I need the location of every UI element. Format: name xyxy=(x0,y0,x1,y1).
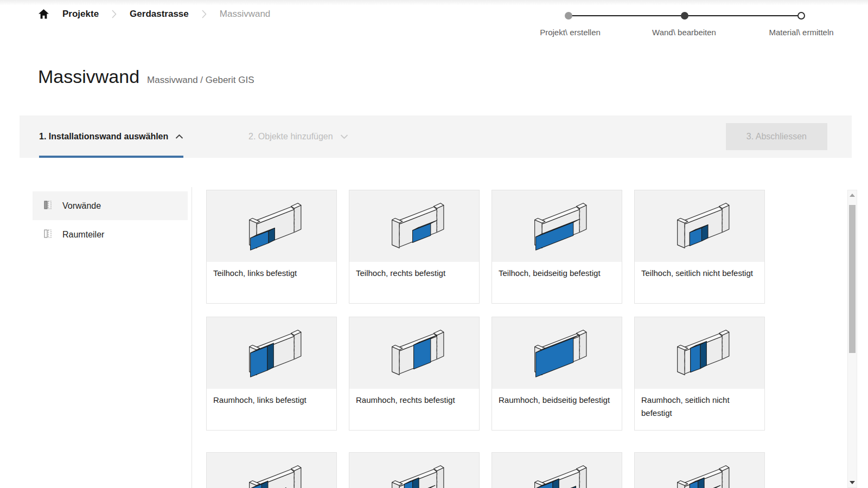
wall-illustration xyxy=(667,326,733,380)
chevron-up-icon xyxy=(175,132,183,142)
chevron-right-icon xyxy=(202,10,207,18)
wall-type-card-teilhoch-links[interactable]: Teilhoch, links befestigt xyxy=(206,190,337,304)
wall-section-icon xyxy=(42,200,53,213)
stepper-label-material-ermitteln: Material\ ermitteln xyxy=(769,28,833,37)
home-icon[interactable] xyxy=(38,9,49,20)
scroll-up-icon[interactable] xyxy=(848,194,857,197)
wall-illustration xyxy=(381,199,448,253)
card-image xyxy=(492,317,622,389)
card-label: Raumhoch, seitlich nicht befestigt xyxy=(635,389,764,420)
title-row: Massivwand Massivwand / Geberit GIS xyxy=(38,66,254,87)
wall-illustration xyxy=(524,199,590,253)
card-image xyxy=(349,317,479,389)
chevron-down-icon xyxy=(340,132,348,142)
top-fade xyxy=(0,0,868,5)
wall-type-card-raumhoch-links[interactable]: Raumhoch, links befestigt xyxy=(206,317,337,431)
card-image xyxy=(635,453,764,488)
wall-type-card-raumhoch-beidseitig[interactable]: Raumhoch, beidseitig befestigt xyxy=(492,317,622,431)
sidebar-item-raumteiler[interactable]: Raumteiler xyxy=(33,220,188,249)
main-panel: 1. Installationswand auswählen 2. Objekt… xyxy=(20,115,852,488)
breadcrumb-item-massivwand: Massivwand xyxy=(220,9,271,20)
tab-installationswand-auswaehlen[interactable]: 1. Installationswand auswählen xyxy=(39,115,183,158)
sidebar-divider xyxy=(192,187,192,488)
vertical-scrollbar[interactable] xyxy=(847,190,857,488)
page-title: Massivwand xyxy=(38,66,139,87)
page-subtitle: Massivwand / Geberit GIS xyxy=(147,75,254,86)
stepper-label-projekt-erstellen: Projekt\ erstellen xyxy=(540,28,601,37)
stepper-dot-projekt-erstellen[interactable] xyxy=(565,12,572,20)
stepper-dot-wand-bearbeiten[interactable] xyxy=(681,12,688,20)
wall-type-card-teilhoch-frei[interactable]: Teilhoch, seitlich nicht befestigt xyxy=(634,190,765,304)
tab-label: 1. Installationswand auswählen xyxy=(39,132,168,142)
wall-illustration xyxy=(381,461,448,488)
wall-type-card-raumhoch-frei[interactable]: Raumhoch, seitlich nicht befestigt xyxy=(634,317,765,431)
card-image xyxy=(492,190,622,262)
scrollbar-thumb[interactable] xyxy=(849,205,856,353)
active-tab-underline xyxy=(39,156,183,158)
card-row-3 xyxy=(206,452,765,488)
sidebar-item-label: Raumteiler xyxy=(62,230,104,240)
scroll-down-icon[interactable] xyxy=(848,481,857,484)
wall-illustration xyxy=(667,461,733,488)
sidebar-item-vorwaende[interactable]: Vorwände xyxy=(33,191,188,220)
card-row-1: Teilhoch, links befestigt Teilhoch, rech… xyxy=(206,190,765,304)
stepper-dot-material-ermitteln[interactable] xyxy=(797,12,805,20)
stepper-label-wand-bearbeiten: Wand\ bearbeiten xyxy=(652,28,716,37)
card-image xyxy=(349,190,479,262)
card-image xyxy=(207,453,336,488)
card-label: Teilhoch, seitlich nicht befestigt xyxy=(635,262,764,280)
wall-illustration xyxy=(381,326,448,380)
tab-label: 2. Objekte hinzufügen xyxy=(248,132,333,142)
wall-type-card-teilhoch-beidseitig[interactable]: Teilhoch, beidseitig befestigt xyxy=(492,190,622,304)
abschliessen-button[interactable]: 3. Abschliessen xyxy=(726,123,827,150)
wall-illustration xyxy=(239,461,305,488)
card-row-2: Raumhoch, links befestigt Raumhoch, rech… xyxy=(206,317,765,431)
card-image xyxy=(492,453,622,488)
card-image xyxy=(635,317,764,389)
card-label: Teilhoch, rechts befestigt xyxy=(349,262,479,280)
wall-illustration xyxy=(667,199,733,253)
wall-section-icon xyxy=(42,228,53,241)
wall-type-card-row3-1[interactable] xyxy=(206,452,337,488)
breadcrumb: Projekte Gerdastrasse Massivwand xyxy=(38,9,270,20)
wall-illustration xyxy=(239,326,305,380)
card-label: Raumhoch, beidseitig befestigt xyxy=(492,389,622,407)
panel-header: 1. Installationswand auswählen 2. Objekt… xyxy=(20,115,852,158)
card-label: Teilhoch, beidseitig befestigt xyxy=(492,262,622,280)
breadcrumb-item-gerdastrasse[interactable]: Gerdastrasse xyxy=(130,9,189,20)
card-label: Raumhoch, rechts befestigt xyxy=(349,389,479,407)
sidebar: Vorwände Raumteiler xyxy=(33,191,188,249)
wall-type-card-row3-3[interactable] xyxy=(492,452,622,488)
wall-illustration xyxy=(524,326,590,380)
wall-type-card-row3-2[interactable] xyxy=(349,452,480,488)
wall-type-card-raumhoch-rechts[interactable]: Raumhoch, rechts befestigt xyxy=(349,317,480,431)
card-image xyxy=(635,190,764,262)
wall-illustration xyxy=(239,199,305,253)
card-image xyxy=(207,317,336,389)
tab-objekte-hinzufuegen[interactable]: 2. Objekte hinzufügen xyxy=(248,115,348,158)
card-label: Teilhoch, links befestigt xyxy=(207,262,336,280)
card-image xyxy=(207,190,336,262)
chevron-right-icon xyxy=(112,10,117,18)
wall-illustration xyxy=(524,461,590,488)
wall-type-card-teilhoch-rechts[interactable]: Teilhoch, rechts befestigt xyxy=(349,190,480,304)
card-image xyxy=(349,453,479,488)
card-label: Raumhoch, links befestigt xyxy=(207,389,336,407)
breadcrumb-item-projekte[interactable]: Projekte xyxy=(62,9,99,20)
wall-type-card-row3-4[interactable] xyxy=(634,452,765,488)
sidebar-item-label: Vorwände xyxy=(62,201,101,211)
